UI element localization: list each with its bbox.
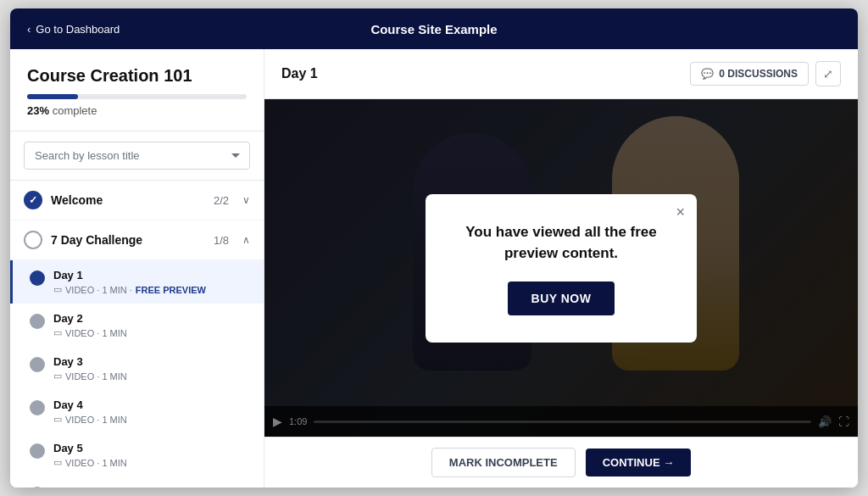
sidebar: Course Creation 101 23% complete Search … bbox=[10, 49, 264, 488]
mark-incomplete-button[interactable]: MARK INCOMPLETE bbox=[431, 448, 576, 477]
buy-now-button[interactable]: BUY NOW bbox=[508, 281, 615, 315]
lesson-title-day5: Day 5 bbox=[53, 442, 127, 454]
7day-circle-icon bbox=[24, 231, 42, 249]
app-window: ‹ Go to Dashboard Course Site Example Co… bbox=[10, 8, 858, 488]
lesson-item-day4[interactable]: Day 4 ▭ VIDEO · 1 MIN bbox=[10, 390, 264, 433]
video-icon-day3: ▭ bbox=[53, 371, 62, 382]
lesson-dot-day3 bbox=[30, 357, 45, 372]
discussions-button[interactable]: 💬 0 DISCUSSIONS bbox=[690, 62, 809, 86]
lesson-title-day6: Day 6 bbox=[53, 485, 127, 488]
section-welcome[interactable]: Welcome 2/2 ∨ bbox=[10, 181, 264, 220]
expand-icon: ⤢ bbox=[823, 67, 833, 81]
lesson-title-day1: Day 1 bbox=[53, 269, 206, 281]
lesson-meta-day5: ▭ VIDEO · 1 MIN bbox=[53, 457, 127, 468]
lesson-dot-day1 bbox=[30, 270, 45, 286]
content-area: Day 1 💬 0 DISCUSSIONS ⤢ bbox=[264, 49, 858, 488]
modal-close-button[interactable]: × bbox=[676, 204, 685, 220]
lesson-content-day1: Day 1 ▭ VIDEO · 1 MIN · FREE PREVIEW bbox=[53, 269, 206, 295]
lesson-dot-day5 bbox=[30, 443, 45, 459]
lesson-title-day2: Day 2 bbox=[53, 312, 127, 325]
course-info: Course Creation 101 23% complete bbox=[10, 49, 264, 131]
section-welcome-count: 2/2 bbox=[214, 194, 229, 207]
free-preview-badge: FREE PREVIEW bbox=[136, 285, 206, 295]
video-icon-day5: ▭ bbox=[53, 457, 62, 468]
search-select[interactable]: Search by lesson title bbox=[24, 142, 250, 170]
video-icon-day2: ▭ bbox=[53, 327, 62, 338]
lesson-content-day2: Day 2 ▭ VIDEO · 1 MIN bbox=[53, 312, 127, 338]
discussions-label: 0 DISCUSSIONS bbox=[719, 68, 798, 80]
expand-button[interactable]: ⤢ bbox=[815, 61, 841, 86]
welcome-check-icon bbox=[24, 191, 42, 209]
lesson-title-day4: Day 4 bbox=[53, 398, 127, 411]
lesson-dot-day6 bbox=[30, 487, 45, 488]
search-container: Search by lesson title bbox=[10, 131, 264, 181]
progress-complete-label: complete bbox=[53, 104, 97, 117]
welcome-chevron-icon: ∨ bbox=[242, 194, 250, 206]
progress-percent: 23% bbox=[27, 104, 49, 117]
video-area: ▶ 1:09 🔊 ⛶ × You have viewed all the fre… bbox=[264, 99, 858, 437]
lesson-item-day5[interactable]: Day 5 ▭ VIDEO · 1 MIN bbox=[10, 433, 264, 476]
modal-box: × You have viewed all the free preview c… bbox=[426, 194, 697, 343]
back-chevron-icon: ‹ bbox=[27, 23, 31, 36]
7day-chevron-icon: ∧ bbox=[242, 234, 250, 246]
lesson-item-day6[interactable]: Day 6 ▭ VIDEO · 1 MIN bbox=[10, 476, 264, 488]
modal-overlay: × You have viewed all the free preview c… bbox=[264, 99, 858, 437]
progress-bar-container bbox=[27, 94, 247, 99]
video-icon-day4: ▭ bbox=[53, 414, 62, 425]
lesson-content-day4: Day 4 ▭ VIDEO · 1 MIN bbox=[53, 398, 127, 425]
lesson-title-day3: Day 3 bbox=[53, 355, 127, 368]
main-content: Course Creation 101 23% complete Search … bbox=[10, 49, 858, 488]
modal-message: You have viewed all the free preview con… bbox=[459, 221, 663, 265]
progress-text: 23% complete bbox=[27, 104, 247, 117]
video-icon-day1: ▭ bbox=[53, 284, 62, 295]
lesson-meta-day2: ▭ VIDEO · 1 MIN bbox=[53, 327, 127, 338]
site-title: Course Site Example bbox=[370, 22, 497, 36]
lesson-meta-day4: ▭ VIDEO · 1 MIN bbox=[53, 414, 127, 425]
content-footer: MARK INCOMPLETE CONTINUE → bbox=[264, 437, 858, 488]
lesson-content-day3: Day 3 ▭ VIDEO · 1 MIN bbox=[53, 355, 127, 382]
top-nav: ‹ Go to Dashboard Course Site Example bbox=[10, 8, 858, 49]
section-7day-count: 1/8 bbox=[214, 234, 229, 247]
chat-icon: 💬 bbox=[701, 68, 714, 80]
lesson-dot-day4 bbox=[30, 400, 45, 415]
content-header: Day 1 💬 0 DISCUSSIONS ⤢ bbox=[264, 49, 858, 99]
continue-button[interactable]: CONTINUE → bbox=[586, 449, 692, 476]
lesson-item-day3[interactable]: Day 3 ▭ VIDEO · 1 MIN bbox=[10, 347, 264, 390]
lesson-list: Day 1 ▭ VIDEO · 1 MIN · FREE PREVIEW Day… bbox=[10, 260, 264, 488]
lesson-content-day5: Day 5 ▭ VIDEO · 1 MIN bbox=[53, 442, 127, 468]
lesson-meta-day3: ▭ VIDEO · 1 MIN bbox=[53, 371, 127, 382]
lesson-item-day2[interactable]: Day 2 ▭ VIDEO · 1 MIN bbox=[10, 304, 264, 347]
section-7day-label: 7 Day Challenge bbox=[51, 233, 205, 247]
lesson-dot-day2 bbox=[30, 314, 45, 329]
header-right: 💬 0 DISCUSSIONS ⤢ bbox=[690, 61, 841, 86]
lesson-heading: Day 1 bbox=[281, 66, 318, 81]
back-button[interactable]: ‹ Go to Dashboard bbox=[27, 23, 120, 36]
progress-bar-fill bbox=[27, 94, 78, 99]
section-welcome-label: Welcome bbox=[51, 193, 205, 207]
section-7day[interactable]: 7 Day Challenge 1/8 ∧ bbox=[10, 220, 264, 260]
lesson-meta-day1: ▭ VIDEO · 1 MIN · FREE PREVIEW bbox=[53, 284, 206, 295]
course-title: Course Creation 101 bbox=[27, 66, 247, 86]
lesson-item-day1[interactable]: Day 1 ▭ VIDEO · 1 MIN · FREE PREVIEW bbox=[10, 260, 264, 304]
lesson-content-day6: Day 6 ▭ VIDEO · 1 MIN bbox=[53, 485, 127, 488]
back-label: Go to Dashboard bbox=[36, 23, 120, 36]
